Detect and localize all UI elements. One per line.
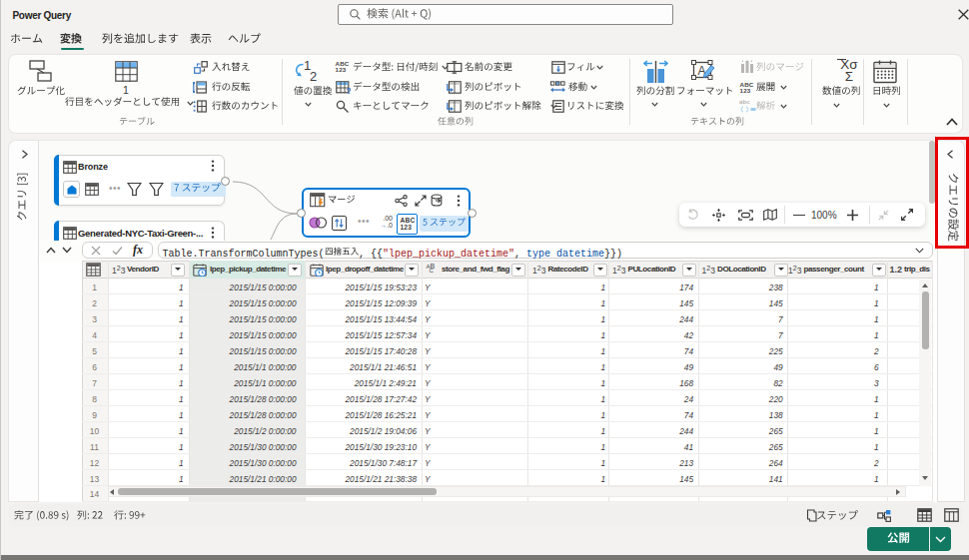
svg-text:?: ? <box>346 86 351 95</box>
